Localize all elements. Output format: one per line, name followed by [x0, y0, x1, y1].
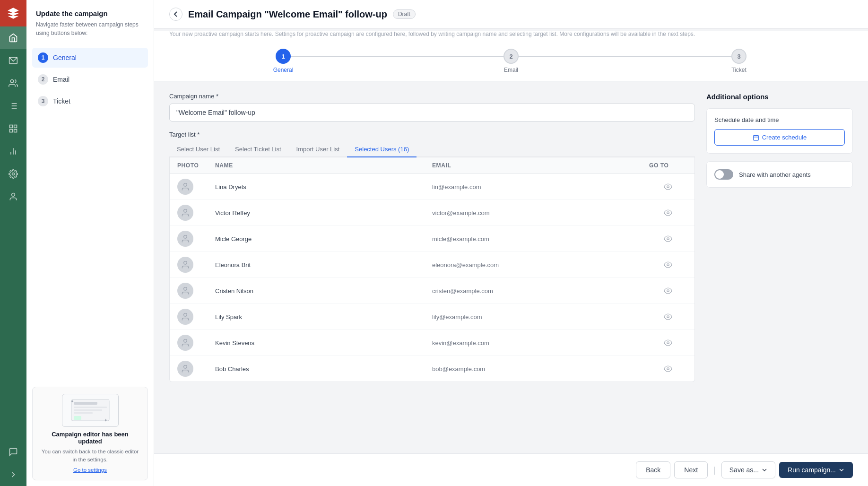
sidebar-expand-icon[interactable] — [0, 463, 26, 486]
goto-icon-4[interactable] — [649, 286, 687, 295]
svg-point-28 — [667, 212, 669, 214]
target-list-label: Target list * — [169, 131, 695, 138]
goto-icon-7[interactable] — [649, 364, 687, 373]
goto-icon-5[interactable] — [649, 312, 687, 321]
user-name-6: Kevin Stevens — [215, 339, 432, 347]
svg-point-27 — [184, 209, 187, 213]
left-panel: Update the campaign Navigate faster betw… — [26, 0, 154, 486]
next-button[interactable]: Next — [674, 461, 708, 478]
tab-selected-users[interactable]: Selected Users (16) — [347, 142, 417, 157]
svg-point-29 — [184, 235, 187, 239]
table-body: Lina Dryets lin@example.com Victor Reffe… — [170, 174, 694, 382]
user-avatar-6 — [177, 335, 193, 351]
user-email-0: lin@example.com — [432, 183, 649, 191]
nav-label-ticket: Ticket — [53, 97, 70, 105]
save-as-button[interactable]: Save as... — [721, 461, 775, 478]
nav-label-email: Email — [53, 76, 69, 83]
svg-point-16 — [12, 193, 15, 197]
svg-rect-11 — [14, 130, 17, 132]
user-name-2: Micle George — [215, 235, 432, 243]
nav-item-general[interactable]: 1 General — [32, 48, 148, 68]
draft-badge: Draft — [393, 9, 416, 19]
sidebar-home-icon[interactable] — [0, 26, 26, 49]
user-avatar-3 — [177, 257, 193, 273]
table-row: Victor Reffey victor@example.com — [170, 200, 694, 226]
svg-point-39 — [184, 365, 187, 369]
back-button[interactable]: Back — [636, 461, 670, 478]
ai-card: ✦ ✦ Campaign editor has been updated You… — [32, 387, 148, 481]
svg-point-36 — [667, 316, 669, 318]
nav-item-ticket[interactable]: 3 Ticket — [32, 91, 148, 111]
nav-label-general: General — [53, 54, 77, 61]
form-section: Campaign name * Target list * Select Use… — [169, 93, 695, 442]
step-general[interactable]: 1 General — [169, 49, 397, 73]
run-campaign-button[interactable]: Run campaign... — [779, 462, 853, 478]
footer: Back Next | Save as... Run campaign... — [154, 453, 868, 486]
goto-icon-6[interactable] — [649, 338, 687, 347]
step-label-1: General — [273, 67, 294, 73]
svg-point-32 — [667, 264, 669, 266]
svg-rect-8 — [10, 125, 13, 128]
sidebar-chart-icon[interactable] — [0, 140, 26, 163]
create-schedule-label: Create schedule — [762, 134, 807, 141]
user-name-3: Eleonora Brit — [215, 261, 432, 269]
svg-point-34 — [667, 290, 669, 292]
goto-icon-3[interactable] — [649, 260, 687, 269]
share-agents-label: Share with another agents — [739, 171, 811, 178]
step-label-2: Email — [504, 67, 518, 73]
right-sidebar: Additional options Schedule date and tim… — [706, 93, 853, 442]
create-schedule-button[interactable]: Create schedule — [714, 129, 845, 146]
campaign-name-label: Campaign name * — [169, 93, 695, 100]
sidebar-chat-icon[interactable] — [0, 441, 26, 463]
tab-select-user-list[interactable]: Select User List — [169, 142, 227, 157]
col-photo: Photo — [177, 162, 215, 169]
toggle-knob — [715, 170, 724, 179]
svg-point-37 — [184, 339, 187, 343]
sidebar — [0, 0, 26, 486]
svg-point-30 — [667, 238, 669, 240]
svg-point-38 — [667, 342, 669, 344]
nav-item-email[interactable]: 2 Email — [32, 69, 148, 89]
step-ticket[interactable]: 3 Ticket — [625, 49, 853, 73]
goto-icon-2[interactable] — [649, 234, 687, 243]
schedule-card: Schedule date and time Create schedule — [706, 108, 853, 154]
svg-rect-18 — [74, 402, 97, 405]
page-subtitle: Your new proactive campaign starts here.… — [154, 31, 868, 43]
goto-icon-1[interactable] — [649, 208, 687, 217]
goto-icon-0[interactable] — [649, 182, 687, 191]
tab-import-user-list[interactable]: Import User List — [289, 142, 347, 157]
user-name-0: Lina Dryets — [215, 183, 432, 191]
svg-rect-19 — [74, 407, 107, 408]
step-email[interactable]: 2 Email — [397, 49, 625, 73]
user-name-1: Victor Reffey — [215, 209, 432, 217]
go-to-settings-link[interactable]: Go to settings — [73, 467, 107, 473]
svg-point-35 — [184, 313, 187, 317]
table-row: Micle George micle@example.com — [170, 226, 694, 252]
user-avatar-0 — [177, 179, 193, 195]
page-title: Email Campaign "Welcome Email" follow-up — [188, 9, 387, 20]
steps-bar: 1 General 2 Email 3 Ticket — [154, 43, 868, 81]
share-agents-toggle[interactable] — [714, 169, 733, 180]
back-nav-button[interactable] — [169, 8, 182, 21]
user-name-5: Lily Spark — [215, 313, 432, 321]
col-goto: Go to — [649, 162, 687, 169]
svg-point-40 — [667, 368, 669, 370]
sidebar-mail-icon[interactable] — [0, 49, 26, 72]
user-avatar-4 — [177, 283, 193, 299]
user-email-6: kevin@example.com — [432, 339, 649, 347]
step-circle-3: 3 — [731, 49, 746, 64]
table-row: Eleonora Brit eleonora@example.com — [170, 252, 694, 278]
sidebar-contacts-icon[interactable] — [0, 72, 26, 95]
tabs-row: Select User List Select Ticket List Impo… — [169, 142, 695, 157]
svg-rect-9 — [14, 125, 17, 128]
sidebar-user-icon[interactable] — [0, 185, 26, 208]
table-row: Lina Dryets lin@example.com — [170, 174, 694, 200]
sidebar-grid-icon[interactable] — [0, 117, 26, 140]
svg-rect-20 — [74, 409, 102, 411]
user-name-4: Cristen Nilson — [215, 287, 432, 295]
sidebar-settings-icon[interactable] — [0, 163, 26, 185]
tab-select-ticket-list[interactable]: Select Ticket List — [227, 142, 289, 157]
target-list-section: Target list * Select User List Select Ti… — [169, 131, 695, 382]
campaign-name-input[interactable] — [169, 104, 695, 122]
sidebar-list-icon[interactable] — [0, 95, 26, 117]
